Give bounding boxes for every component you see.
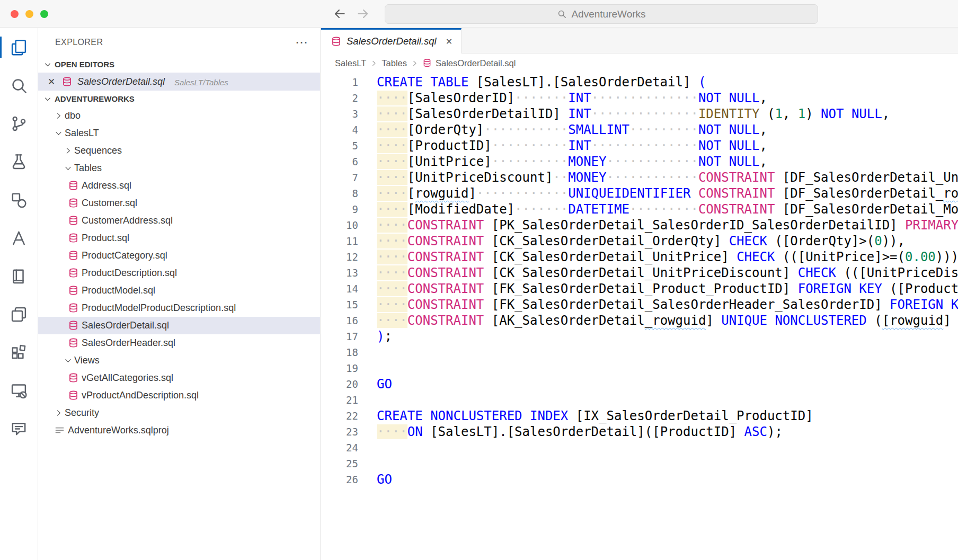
tree-item-vproductanddescription-sql[interactable]: vProductAndDescription.sql — [38, 387, 320, 404]
database-icon — [66, 198, 81, 209]
code-line-14[interactable]: 14····CONSTRAINT [FK_SalesOrderDetail_Pr… — [321, 281, 958, 297]
components-activity-button[interactable] — [0, 181, 38, 219]
code-line-15[interactable]: 15····CONSTRAINT [FK_SalesOrderDetail_Sa… — [321, 297, 958, 313]
breadcrumb-item-salesorderdetail-sql[interactable]: SalesOrderDetail.sql — [422, 58, 516, 68]
tree-item-label: AdventureWorks.sqlproj — [68, 425, 169, 436]
code-line-19[interactable]: 19 — [321, 360, 958, 376]
code-line-7[interactable]: 7····[UnitPriceDiscount]··MONEY·········… — [321, 170, 958, 185]
code-line-6[interactable]: 6····[UnitPrice]··········MONEY·········… — [321, 154, 958, 170]
tab-salesorderdetail-sql[interactable]: SalesOrderDetail.sql ✕ — [321, 28, 462, 54]
tree-item-customeraddress-sql[interactable]: CustomerAddress.sql — [38, 212, 320, 229]
explorer-actions-button[interactable]: ⋯ — [295, 35, 308, 50]
breadcrumb-item-tables[interactable]: Tables — [382, 58, 407, 68]
chevron-right-icon — [61, 145, 74, 157]
source-control-icon — [10, 114, 28, 133]
tree-item-security[interactable]: Security — [38, 404, 320, 422]
tree-item-dbo[interactable]: dbo — [38, 107, 320, 125]
code-line-21[interactable]: 21 — [321, 392, 958, 408]
code-line-11[interactable]: 11····CONSTRAINT [CK_SalesOrderDetail_Or… — [321, 233, 958, 249]
line-content: GO — [377, 472, 392, 487]
tree-item-saleslt[interactable]: SalesLT — [38, 125, 320, 142]
remote-activity-button[interactable] — [0, 371, 38, 410]
line-content: ····[SalesOrderID]·······INT············… — [377, 90, 767, 106]
tree-item-label: CustomerAddress.sql — [82, 215, 173, 226]
breadcrumb-item-saleslt[interactable]: SalesLT — [335, 58, 366, 68]
tree-item-productmodelproductdescription-sql[interactable]: ProductModelProductDescription.sql — [38, 299, 320, 317]
file-tree: dboSalesLTSequencesTablesAddress.sqlCust… — [38, 107, 320, 439]
tab-close-icon[interactable]: ✕ — [446, 37, 453, 47]
code-line-1[interactable]: 1CREATE TABLE [SalesLT].[SalesOrderDetai… — [321, 74, 958, 90]
line-number: 9 — [321, 201, 358, 217]
code-line-20[interactable]: 20GO — [321, 376, 958, 392]
code-line-17[interactable]: 17); — [321, 328, 958, 344]
tree-item-product-sql[interactable]: Product.sql — [38, 229, 320, 247]
tree-item-tables[interactable]: Tables — [38, 159, 320, 177]
search-activity-button[interactable] — [0, 66, 38, 104]
notebooks-activity-button[interactable] — [0, 257, 38, 295]
window-search-field[interactable]: AdventureWorks — [385, 4, 818, 24]
code-line-23[interactable]: 23····ON [SalesLT].[SalesOrderDetail]([P… — [321, 424, 958, 440]
source-control-activity-button[interactable] — [0, 104, 38, 143]
code-line-10[interactable]: 10····CONSTRAINT [PK_SalesOrderDetail_Sa… — [321, 217, 958, 233]
code-line-26[interactable]: 26GO — [321, 472, 958, 487]
tree-item-vgetallcategories-sql[interactable]: vGetAllCategories.sql — [38, 369, 320, 387]
code-editor[interactable]: 1CREATE TABLE [SalesLT].[SalesOrderDetai… — [321, 73, 958, 560]
extensions-activity-button[interactable] — [0, 333, 38, 371]
line-number: 8 — [321, 185, 358, 201]
code-line-4[interactable]: 4····[OrderQty]···········SMALLINT······… — [321, 122, 958, 138]
open-editor-item[interactable]: ✕ SalesOrderDetail.sql SalesLT/Tables — [38, 73, 320, 91]
comments-activity-button[interactable] — [0, 410, 38, 448]
code-line-5[interactable]: 5····[ProductID]··········INT···········… — [321, 138, 958, 154]
database-icon — [66, 250, 81, 261]
tree-item-sequences[interactable]: Sequences — [38, 142, 320, 159]
project-section-header[interactable]: ADVENTUREWORKS — [38, 91, 320, 107]
explorer-activity-button[interactable] — [0, 28, 38, 66]
code-line-9[interactable]: 9····[ModifiedDate]·······DATETIME······… — [321, 201, 958, 217]
code-line-12[interactable]: 12····CONSTRAINT [CK_SalesOrderDetail_Un… — [321, 249, 958, 265]
tree-item-productmodel-sql[interactable]: ProductModel.sql — [38, 282, 320, 299]
tree-item-productdescription-sql[interactable]: ProductDescription.sql — [38, 264, 320, 282]
open-editors-header[interactable]: OPEN EDITORS — [38, 56, 320, 73]
search-icon — [10, 76, 28, 95]
tree-item-salesorderdetail-sql[interactable]: SalesOrderDetail.sql — [38, 317, 320, 334]
tree-item-label: dbo — [65, 110, 81, 121]
notebooks-icon — [10, 267, 28, 286]
testing-activity-button[interactable] — [0, 143, 38, 181]
code-line-25[interactable]: 25 — [321, 456, 958, 472]
tree-item-views[interactable]: Views — [38, 352, 320, 369]
open-editor-description: SalesLT/Tables — [174, 77, 228, 87]
close-window-button[interactable] — [11, 10, 19, 18]
tree-item-adventureworks-sqlproj[interactable]: AdventureWorks.sqlproj — [38, 422, 320, 439]
database-icon — [66, 390, 81, 401]
azure-activity-button[interactable] — [0, 219, 38, 257]
tree-item-customer-sql[interactable]: Customer.sql — [38, 194, 320, 212]
tree-item-productcategory-sql[interactable]: ProductCategory.sql — [38, 247, 320, 264]
code-line-8[interactable]: 8····[rowguid]············UNIQUEIDENTIFI… — [321, 185, 958, 201]
windows-activity-button[interactable] — [0, 295, 38, 333]
project-label: ADVENTUREWORKS — [55, 94, 135, 103]
forward-button[interactable] — [356, 7, 370, 21]
activity-bar — [0, 28, 38, 560]
line-number: 4 — [321, 122, 358, 138]
tree-item-label: Views — [74, 355, 100, 366]
back-button[interactable] — [333, 7, 347, 21]
tree-item-salesorderheader-sql[interactable]: SalesOrderHeader.sql — [38, 334, 320, 352]
code-line-18[interactable]: 18 — [321, 344, 958, 360]
code-line-2[interactable]: 2····[SalesOrderID]·······INT···········… — [321, 90, 958, 106]
active-indicator — [0, 37, 2, 58]
minimize-window-button[interactable] — [25, 10, 33, 18]
code-line-22[interactable]: 22CREATE NONCLUSTERED INDEX [IX_SalesOrd… — [321, 408, 958, 424]
zoom-window-button[interactable] — [40, 10, 48, 18]
code-line-13[interactable]: 13····CONSTRAINT [CK_SalesOrderDetail_Un… — [321, 265, 958, 281]
tree-item-address-sql[interactable]: Address.sql — [38, 177, 320, 194]
search-text: AdventureWorks — [571, 8, 645, 20]
line-content: CREATE NONCLUSTERED INDEX [IX_SalesOrder… — [377, 408, 813, 424]
code-line-24[interactable]: 24 — [321, 440, 958, 456]
database-icon — [331, 36, 342, 47]
code-line-16[interactable]: 16····CONSTRAINT [AK_SalesOrderDetail_ro… — [321, 313, 958, 328]
line-content: ····CONSTRAINT [FK_SalesOrderDetail_Sale… — [377, 297, 958, 313]
code-line-3[interactable]: 3····[SalesOrderDetailID] INT···········… — [321, 106, 958, 122]
close-editor-icon[interactable]: ✕ — [46, 76, 57, 87]
line-content: ····CONSTRAINT [AK_SalesOrderDetail_rowg… — [377, 313, 958, 328]
line-number: 20 — [321, 376, 358, 392]
